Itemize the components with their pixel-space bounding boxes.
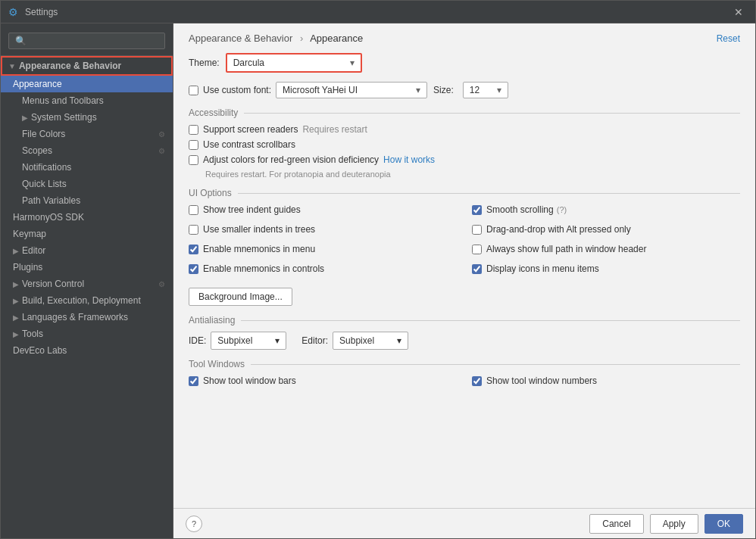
- action-buttons: Cancel Apply OK: [589, 514, 743, 534]
- show-tool-window-numbers-checkbox[interactable]: [472, 376, 482, 386]
- breadcrumb: Appearance & Behavior › Appearance: [189, 33, 363, 44]
- mnemonics-controls-checkbox[interactable]: [189, 264, 198, 274]
- ide-antialiasing-dropdown[interactable]: Subpixel ▾: [211, 332, 286, 350]
- sidebar-item-harmonyos-sdk[interactable]: HarmonyOS SDK: [1, 209, 173, 226]
- sidebar-item-appearance[interactable]: Appearance: [1, 76, 173, 92]
- close-button[interactable]: ✕: [729, 5, 748, 20]
- contrast-scrollbars-checkbox[interactable]: [189, 140, 198, 150]
- sidebar-item-plugins[interactable]: Plugins: [1, 259, 173, 276]
- screen-readers-row: Support screen readers Requires restart: [189, 124, 740, 135]
- sidebar-item-editor[interactable]: ▶ Editor: [1, 242, 173, 259]
- background-image-button[interactable]: Background Image...: [189, 288, 292, 306]
- color-blindness-checkbox[interactable]: [189, 155, 198, 165]
- search-bar: [1, 26, 173, 56]
- right-panel: Appearance & Behavior › Appearance Reset…: [173, 23, 755, 538]
- screen-readers-checkbox[interactable]: [189, 125, 198, 135]
- sidebar-label-keymap: Keymap: [13, 229, 46, 239]
- sidebar-children-appearance-behavior: Appearance Menus and Toolbars ▶ System S…: [1, 76, 173, 209]
- theme-value: Darcula: [233, 58, 264, 68]
- sidebar-item-languages-frameworks[interactable]: ▶ Languages & Frameworks: [1, 309, 173, 326]
- sidebar-item-file-colors[interactable]: File Colors ⚙: [1, 126, 173, 142]
- size-value: 12: [470, 85, 480, 95]
- smooth-scrolling-label: Smooth scrolling: [486, 204, 554, 215]
- ui-options-section-title: UI Options: [189, 188, 740, 198]
- smooth-scrolling-checkbox[interactable]: [472, 205, 482, 215]
- size-label: Size:: [433, 85, 454, 95]
- expand-icon-build: ▶: [13, 297, 19, 305]
- accessibility-divider: [244, 113, 740, 114]
- ide-antialiasing-value: Subpixel: [217, 335, 252, 346]
- sidebar-item-keymap[interactable]: Keymap: [1, 226, 173, 242]
- sidebar-item-menus-toolbars[interactable]: Menus and Toolbars: [1, 92, 173, 109]
- sidebar-item-build-execution[interactable]: ▶ Build, Execution, Deployment: [1, 292, 173, 309]
- sidebar-item-scopes[interactable]: Scopes ⚙: [1, 142, 173, 159]
- show-tool-window-bars-row: Show tool window bars: [189, 375, 457, 386]
- full-path-checkbox[interactable]: [472, 245, 482, 254]
- dropdown-arrow-editor: ▾: [397, 335, 401, 346]
- drag-drop-alt-checkbox[interactable]: [472, 225, 482, 235]
- sidebar-label-path-variables: Path Variables: [22, 195, 80, 206]
- full-path-row: Always show full path in window header: [472, 244, 740, 254]
- ok-button[interactable]: OK: [704, 514, 743, 534]
- how-it-works-link[interactable]: How it works: [383, 154, 435, 165]
- sidebar-label-tools: Tools: [22, 329, 43, 339]
- dropdown-arrow-font: ▾: [416, 85, 420, 95]
- sidebar-label-appearance: Appearance: [13, 79, 62, 89]
- editor-antialiasing-value: Subpixel: [339, 335, 374, 346]
- sidebar-item-version-control[interactable]: ▶ Version Control ⚙: [1, 276, 173, 292]
- mnemonics-menu-checkbox[interactable]: [189, 245, 198, 254]
- editor-antialiasing-label: Editor:: [301, 335, 328, 346]
- tree-indent-label: Show tree indent guides: [203, 204, 301, 215]
- sidebar-label-build-execution: Build, Execution, Deployment: [22, 295, 141, 306]
- expand-icon-lang: ▶: [13, 313, 19, 322]
- theme-dropdown[interactable]: Darcula ▾: [226, 53, 362, 73]
- bottom-bar: ? Cancel Apply OK: [173, 508, 755, 538]
- help-button[interactable]: ?: [186, 516, 202, 532]
- sidebar-label-quick-lists: Quick Lists: [22, 179, 67, 189]
- main-layout: ▼ Appearance & Behavior Appearance Menus…: [1, 23, 755, 538]
- sidebar-item-appearance-behavior[interactable]: ▼ Appearance & Behavior: [1, 56, 173, 76]
- accessibility-label: Accessibility: [189, 107, 238, 118]
- smaller-indents-checkbox[interactable]: [189, 225, 198, 235]
- show-tool-window-bars-checkbox[interactable]: [189, 376, 198, 386]
- panel-header: Appearance & Behavior › Appearance Reset: [173, 23, 755, 44]
- breadcrumb-current: Appearance: [310, 33, 363, 44]
- tool-windows-section-title: Tool Windows: [189, 359, 740, 369]
- sidebar-label-version-control: Version Control: [22, 279, 84, 289]
- cancel-button[interactable]: Cancel: [589, 514, 643, 534]
- sidebar-label-languages-frameworks: Languages & Frameworks: [22, 312, 128, 322]
- screen-readers-label: Support screen readers: [203, 124, 298, 135]
- sidebar-item-path-variables[interactable]: Path Variables: [1, 192, 173, 209]
- font-dropdown[interactable]: Microsoft YaHei UI ▾: [276, 82, 427, 98]
- use-custom-font-checkbox[interactable]: [189, 86, 198, 95]
- mnemonics-controls-row: Enable mnemonics in controls: [189, 263, 457, 274]
- gear-icon-file-colors: ⚙: [158, 130, 165, 139]
- panel-body: Theme: Darcula ▾ Use custom font: Micros…: [173, 44, 755, 508]
- antialiasing-divider: [241, 320, 740, 321]
- sidebar-label-scopes: Scopes: [22, 145, 52, 156]
- display-icons-checkbox[interactable]: [472, 264, 482, 274]
- editor-antialiasing-dropdown[interactable]: Subpixel ▾: [333, 332, 408, 350]
- smooth-scrolling-help-icon: (?): [557, 205, 567, 214]
- settings-window: ⚙ Settings ✕ ▼ Appearance & Behavior App…: [0, 0, 756, 539]
- sidebar-item-deveco-labs[interactable]: DevEco Labs: [1, 342, 173, 359]
- antialiasing-form: IDE: Subpixel ▾ Editor: Subpixel ▾: [189, 332, 740, 350]
- search-input[interactable]: [8, 33, 165, 49]
- color-blindness-row: Adjust colors for red-green vision defic…: [189, 154, 740, 165]
- antialiasing-section-title: Antialiasing: [189, 315, 740, 326]
- sidebar-item-tools[interactable]: ▶ Tools: [1, 326, 173, 342]
- ide-antialiasing-group: IDE: Subpixel ▾: [189, 332, 286, 350]
- sidebar-item-notifications[interactable]: Notifications: [1, 159, 173, 176]
- tree-indent-checkbox[interactable]: [189, 205, 198, 215]
- dropdown-arrow-theme: ▾: [350, 58, 355, 68]
- sidebar-label-editor: Editor: [22, 245, 45, 256]
- screen-readers-note: Requires restart: [302, 124, 367, 135]
- sidebar-item-system-settings[interactable]: ▶ System Settings: [1, 109, 173, 126]
- display-icons-row: Display icons in menu items: [472, 263, 740, 274]
- sidebar-item-quick-lists[interactable]: Quick Lists: [1, 176, 173, 192]
- background-image-btn-container: Background Image...: [189, 285, 740, 306]
- size-dropdown[interactable]: 12 ▾: [463, 82, 508, 98]
- drag-drop-alt-label: Drag-and-drop with Alt pressed only: [486, 224, 631, 235]
- apply-button[interactable]: Apply: [650, 514, 698, 534]
- reset-link[interactable]: Reset: [717, 33, 740, 44]
